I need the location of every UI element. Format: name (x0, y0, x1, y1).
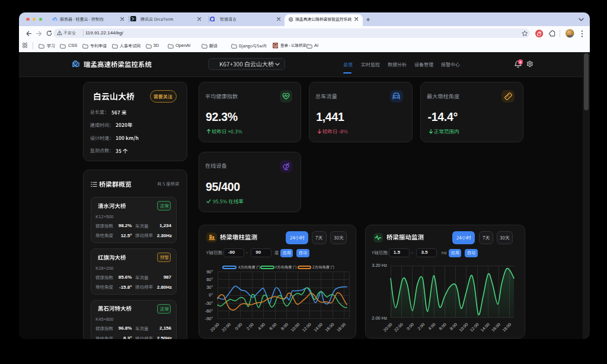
svg-text:20:00: 20:00 (382, 322, 392, 332)
svg-text:0:00: 0:00 (406, 322, 415, 331)
svg-text:4:00: 4:00 (257, 322, 266, 331)
svg-text:20:00: 20:00 (209, 322, 219, 332)
svg-text:18:00: 18:00 (501, 322, 512, 332)
svg-text:14:00: 14:00 (313, 322, 323, 332)
svg-text:22:00: 22:00 (394, 322, 404, 332)
svg-text:22:00: 22:00 (221, 322, 231, 332)
svg-text:18:00: 18:00 (336, 322, 346, 332)
svg-text:4:00: 4:00 (427, 322, 436, 331)
svg-text:10:00: 10:00 (290, 322, 300, 332)
svg-text:2:00: 2:00 (245, 322, 254, 331)
svg-text:8:00: 8:00 (280, 322, 289, 331)
svg-text:12:00: 12:00 (302, 322, 312, 332)
svg-text:10:00: 10:00 (458, 322, 468, 332)
svg-text:12:00: 12:00 (469, 322, 479, 332)
svg-text:6:00: 6:00 (269, 322, 277, 331)
svg-text:16:00: 16:00 (324, 322, 334, 332)
svg-text:0:00: 0:00 (234, 322, 243, 331)
svg-text:2:00: 2:00 (417, 322, 426, 331)
svg-text:8:00: 8:00 (449, 322, 458, 331)
svg-text:16:00: 16:00 (491, 322, 501, 332)
svg-text:6:00: 6:00 (438, 322, 447, 331)
svg-text:14:00: 14:00 (480, 322, 490, 332)
